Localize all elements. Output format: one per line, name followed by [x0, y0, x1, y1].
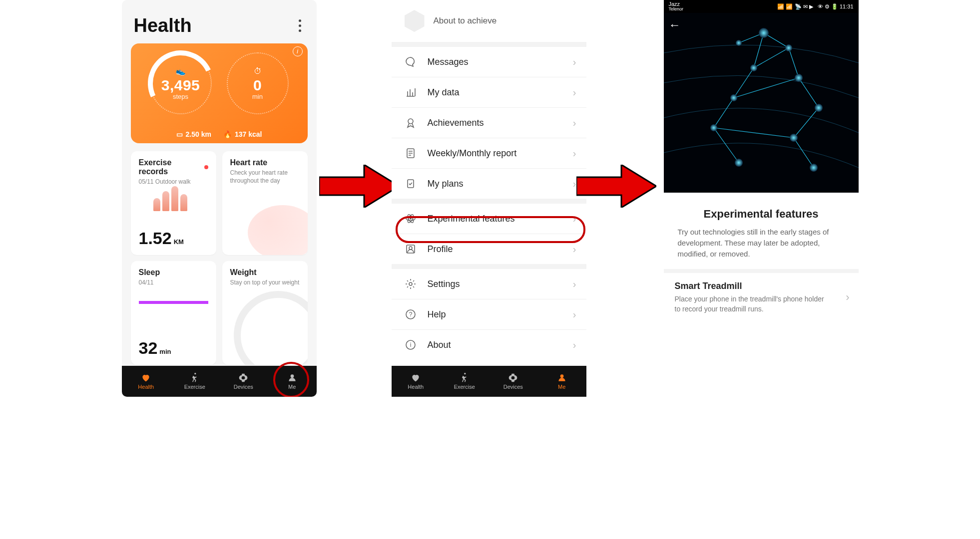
menu-label: My plans — [428, 179, 464, 189]
svg-point-0 — [408, 119, 413, 124]
nav-label: Devices — [234, 384, 253, 390]
chevron-right-icon: › — [573, 309, 576, 320]
heart-rate-card[interactable]: Heart rate Check your heart rate through… — [222, 151, 308, 255]
menu-item-report[interactable]: Weekly/Monthly report› — [392, 138, 586, 168]
card-title: Exercise records — [139, 158, 201, 176]
exercise-records-card[interactable]: Exercise records 05/11 Outdoor walk 1.52… — [131, 151, 216, 255]
medal-icon — [405, 117, 417, 129]
watch-icon — [238, 373, 248, 383]
nav-label: Health — [408, 384, 424, 390]
menu-item-achievements[interactable]: Achievements› — [392, 107, 586, 138]
info-icon[interactable]: i — [293, 46, 303, 56]
minutes-value: 0 — [253, 77, 262, 94]
person-icon — [287, 373, 297, 383]
sleep-value: 32 — [139, 338, 158, 357]
bottom-nav: Health Exercise Devices Me — [392, 366, 586, 397]
sleep-bar — [139, 301, 208, 304]
card-subtitle: Stay on top of your weight — [230, 279, 300, 287]
me-settings-screen: About to achieve Messages› My data› Achi… — [392, 0, 586, 397]
nav-health[interactable]: Health — [392, 366, 441, 397]
exercise-unit: KM — [174, 238, 184, 246]
menu-item-experimental[interactable]: Experimental features› — [392, 204, 586, 234]
chevron-right-icon: › — [573, 148, 576, 159]
stopwatch-icon: ⏱ — [254, 67, 262, 76]
page-title: Experimental features — [664, 208, 859, 221]
steps-ring: 👟 3,495 steps — [150, 52, 212, 114]
svg-point-20 — [815, 104, 823, 112]
section-divider — [664, 269, 859, 273]
nav-health[interactable]: Health — [122, 366, 171, 397]
svg-point-8 — [409, 247, 412, 250]
status-bar: JazzTelenor 📶 📶 📡 ✉ ▶ 👁 ⚙ 🔋 11:31 — [664, 0, 859, 13]
weight-card[interactable]: Weight Stay on top of your weight — [222, 261, 308, 365]
calories-stat: 🔥 137 kcal — [223, 130, 262, 138]
steps-label: steps — [173, 93, 188, 100]
scale-illustration — [234, 291, 308, 365]
nav-devices[interactable]: Devices — [489, 366, 538, 397]
sleep-unit: min — [159, 348, 171, 355]
nav-label: Health — [138, 384, 154, 390]
menu-item-help[interactable]: ? Help› — [392, 299, 586, 329]
menu-label: Experimental features — [428, 214, 515, 224]
svg-point-16 — [785, 44, 792, 51]
sleep-card[interactable]: Sleep 04/11 32min — [131, 261, 216, 365]
page-title: Health — [134, 15, 192, 36]
person-icon — [557, 373, 567, 383]
section-divider — [392, 199, 586, 204]
nav-devices[interactable]: Devices — [219, 366, 268, 397]
exercise-value: 1.52 — [139, 229, 172, 248]
menu-item-messages[interactable]: Messages› — [392, 47, 586, 77]
chart-icon — [405, 86, 417, 98]
distance-stat: ▭ 2.50 km — [176, 130, 211, 138]
nav-label: Me — [558, 384, 565, 390]
nav-exercise[interactable]: Exercise — [170, 366, 219, 397]
svg-text:?: ? — [409, 311, 412, 318]
help-icon: ? — [405, 308, 417, 320]
hero-image: ← — [664, 13, 859, 193]
menu-item-settings[interactable]: Settings› — [392, 269, 586, 299]
nav-label: Devices — [503, 384, 523, 390]
experimental-features-screen: JazzTelenor 📶 📶 📡 ✉ ▶ 👁 ⚙ 🔋 11:31 ← Exp — [664, 0, 859, 397]
nav-label: Exercise — [454, 384, 475, 390]
menu-label: My data — [428, 87, 460, 98]
about-to-achieve-banner[interactable]: About to achieve — [392, 0, 586, 42]
svg-point-24 — [810, 164, 818, 172]
svg-point-23 — [735, 159, 743, 167]
runner-icon — [190, 373, 200, 383]
status-bar — [122, 0, 317, 10]
nav-exercise[interactable]: Exercise — [440, 366, 489, 397]
svg-point-21 — [710, 124, 717, 131]
status-time: 11:31 — [840, 3, 854, 9]
section-divider — [392, 42, 586, 47]
menu-label: Settings — [428, 279, 460, 289]
svg-point-17 — [750, 64, 757, 71]
report-icon — [405, 147, 417, 159]
menu-item-about[interactable]: i About› — [392, 329, 586, 360]
menu-item-my-plans[interactable]: My plans› — [392, 168, 586, 199]
menu-label: Achievements — [428, 118, 484, 128]
activity-summary-card[interactable]: i 👟 3,495 steps ⏱ 0 min ▭ 2.50 km 🔥 137 … — [131, 43, 308, 143]
bars-illustration — [153, 186, 193, 211]
clipboard-check-icon — [405, 178, 417, 190]
heart-icon — [411, 373, 421, 383]
page-description: Try out technologies still in the early … — [664, 227, 859, 269]
nav-me[interactable]: Me — [268, 366, 317, 397]
menu-item-profile[interactable]: Profile› — [392, 234, 586, 264]
svg-point-15 — [736, 40, 742, 46]
menu-item-my-data[interactable]: My data› — [392, 77, 586, 107]
chevron-right-icon: › — [846, 291, 849, 304]
menu-label: About — [428, 340, 451, 350]
feature-smart-treadmill[interactable]: Smart Treadmill Place your phone in the … — [664, 273, 859, 322]
bottom-nav: Health Exercise Devices Me — [122, 366, 317, 397]
banner-text: About to achieve — [434, 16, 497, 26]
gear-icon — [405, 278, 417, 290]
feature-description: Place your phone in the treadmill's phon… — [675, 294, 827, 314]
chevron-right-icon: › — [573, 87, 576, 98]
chevron-right-icon: › — [573, 213, 576, 225]
card-title: Sleep — [139, 268, 208, 277]
menu-label: Messages — [428, 57, 469, 67]
more-menu-button[interactable] — [296, 19, 305, 32]
svg-point-3 — [410, 218, 412, 220]
heart-icon — [141, 373, 151, 383]
nav-me[interactable]: Me — [537, 366, 586, 397]
